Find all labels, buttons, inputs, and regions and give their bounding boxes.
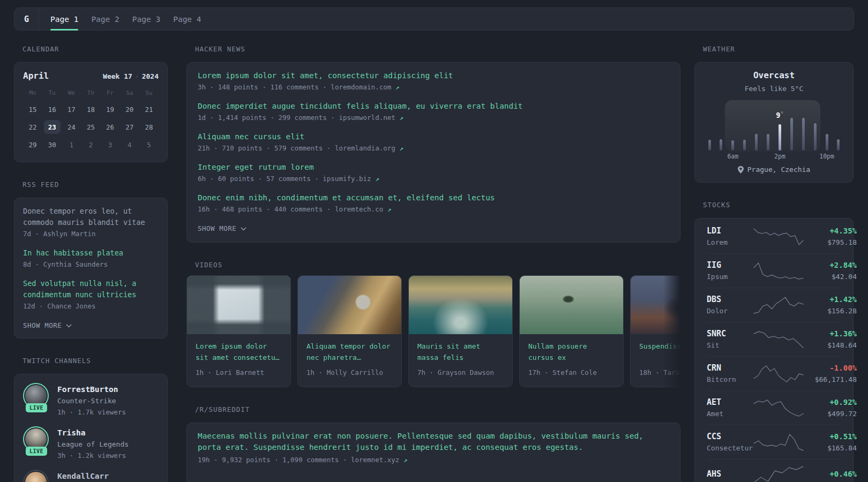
stock-row[interactable]: LDI Lorem +4.35% $795.18: [707, 220, 841, 254]
video-card[interactable]: Nullam posuere cursus ex 17h · Stefan Co…: [519, 275, 624, 387]
rss-item-title[interactable]: Donec tempor eros leo, ut commodo mauris…: [23, 206, 159, 228]
hacker-news-item-title[interactable]: Donec enim nibh, condimentum et accumsan…: [198, 192, 669, 204]
video-info: Nullam posuere cursus ex 17h · Stefan Co…: [520, 334, 623, 387]
time-axis-label: [766, 153, 771, 160]
hacker-news-widget: HACKER NEWS Lorem ipsum dolor sit amet, …: [186, 45, 680, 243]
stock-change: +4.35%: [803, 225, 857, 236]
video-card[interactable]: Aliquam tempor dolor nec pharetra… 1h · …: [297, 275, 402, 387]
stock-row[interactable]: CRN Bitcorn -1.00% $66,171.48: [707, 357, 841, 391]
stock-sparkline: [754, 399, 803, 417]
nav-tab[interactable]: Page 3: [132, 8, 160, 30]
weekday-label: Mo: [29, 89, 36, 97]
weather-section-title: WEATHER: [703, 45, 854, 53]
subreddit-post-domain[interactable]: loremnet.xyz: [351, 456, 399, 464]
weather-bar: 9°: [777, 102, 782, 150]
stock-row[interactable]: IIG Ipsum +2.84% $42.04: [707, 254, 841, 288]
hacker-news-item-domain[interactable]: loremlandia.org: [335, 144, 395, 152]
avatar-image: [25, 472, 47, 482]
time-axis-label: [836, 153, 841, 160]
hacker-news-item-meta: 3h · 148 points · 116 comments · loremdo…: [198, 82, 669, 93]
stock-sparkline: [754, 330, 803, 349]
stock-name: Bitcorn: [707, 375, 754, 385]
calendar-date-cell: 3: [102, 138, 118, 152]
stock-price: $165.84: [803, 443, 857, 453]
calendar-date-cell: 22: [25, 120, 41, 134]
subreddit-widget: /R/SUBREDDIT Maecenas mollis pulvinar er…: [186, 405, 680, 482]
video-title[interactable]: Nullam posuere cursus ex: [528, 341, 615, 363]
rss-item-title[interactable]: Sed volutpat nulla nisl, a condimentum n…: [23, 278, 159, 300]
hacker-news-item-domain[interactable]: ipsumify.biz: [323, 175, 371, 183]
hacker-news-item-domain[interactable]: loremdomain.com: [331, 83, 391, 91]
rss-item: In hac habitasse platea 8d · Cynthia Sau…: [23, 247, 159, 270]
hacker-news-item-meta: 6h · 60 points · 57 comments · ipsumify.…: [198, 174, 669, 184]
stock-symbol: IIG: [707, 260, 754, 270]
subreddit-post-title[interactable]: Maecenas mollis pulvinar erat non posuer…: [198, 431, 669, 454]
nav-tab[interactable]: Page 2: [91, 8, 119, 30]
video-card[interactable]: Lorem ipsum dolor sit amet consectetu… 1…: [186, 275, 291, 387]
hacker-news-item-title[interactable]: Integer eget rutrum lorem: [198, 162, 669, 173]
stock-values: +0.51% $165.84: [803, 431, 857, 453]
weekday-label: Su: [145, 89, 152, 97]
weather-bar: [754, 102, 759, 150]
weather-bar: [742, 102, 747, 150]
twitch-channel-row[interactable]: KendallCarr: [23, 470, 159, 482]
weather-condition: Overcast: [707, 70, 841, 81]
calendar-date-cell: 25: [83, 120, 99, 134]
twitch-channel-info: Trisha League of Legends 3h · 1.2k viewe…: [57, 426, 129, 461]
stock-identity: AHS: [707, 469, 754, 481]
time-axis-label: [800, 153, 806, 160]
time-axis-label: [719, 153, 724, 160]
rss-show-more-button[interactable]: SHOW MORE: [23, 321, 72, 329]
nav-tab[interactable]: Page 4: [173, 8, 201, 30]
video-card[interactable]: Suspendisse diam 18h · Tara: [630, 275, 680, 387]
time-axis-label: [707, 153, 712, 160]
video-title[interactable]: Suspendisse diam: [639, 341, 680, 363]
stock-row[interactable]: DBS Dolor +1.42% $156.28: [707, 288, 841, 322]
hacker-news-item-domain[interactable]: loremtech.co: [335, 205, 383, 213]
weather-time-labels: 6am2pm10pm: [707, 153, 841, 160]
twitch-channel-info: ForrestBurton Counter-Strike 1h · 1.7k v…: [57, 383, 126, 417]
rss-item-title[interactable]: In hac habitasse platea: [23, 247, 159, 259]
weather-bar: [707, 102, 712, 150]
hacker-news-item-title[interactable]: Aliquam nec cursus elit: [198, 131, 669, 142]
location-pin-icon: [738, 166, 744, 174]
hacker-news-item-title[interactable]: Donec imperdiet augue tincidunt felis al…: [198, 101, 669, 112]
stock-identity: IIG Ipsum: [707, 260, 754, 282]
calendar-date-cell: 17: [63, 102, 80, 116]
weather-card: Overcast Feels like 5°C 9° 6am2pm10pm Pr…: [694, 62, 854, 183]
calendar-card: April Week 17·2024 MoTuWeThFrSaSu 151617…: [14, 62, 168, 162]
stock-sparkline: [754, 365, 803, 383]
nav-tab-label: Page 4: [173, 15, 201, 24]
calendar-date-grid: 1516171819202122232425262728293012345: [23, 102, 159, 152]
rss-card: Donec tempor eros leo, ut commodo mauris…: [14, 198, 168, 338]
video-title[interactable]: Aliquam tempor dolor nec pharetra…: [306, 341, 393, 363]
hacker-news-list: Lorem ipsum dolor sit amet, consectetur …: [198, 70, 669, 215]
video-card[interactable]: Mauris sit amet massa felis 7h · Grayson…: [408, 275, 513, 387]
stock-row[interactable]: SNRC Sit +1.36% $148.64: [707, 322, 841, 357]
calendar-date-cell: 27: [121, 120, 138, 134]
calendar-date-cell: 21: [140, 102, 157, 116]
twitch-channel-row[interactable]: LIVE Trisha League of Legends 3h · 1.2k …: [23, 426, 159, 461]
hacker-news-item-domain[interactable]: ipsumworld.net: [339, 114, 395, 122]
videos-carousel: Lorem ipsum dolor sit amet consectetu… 1…: [186, 275, 680, 387]
stocks-widget: STOCKS LDI Lorem +4.35%: [694, 201, 854, 482]
app-logo[interactable]: G: [14, 8, 39, 30]
stock-price: $66,171.48: [803, 375, 857, 385]
nav-tab[interactable]: Page 1: [50, 8, 78, 30]
hacker-news-show-more-button[interactable]: SHOW MORE: [198, 224, 246, 232]
stock-price: $148.64: [803, 341, 857, 350]
rss-item: Sed volutpat nulla nisl, a condimentum n…: [23, 278, 159, 312]
stock-name: Lorem: [707, 238, 754, 247]
stock-sparkline: [754, 465, 803, 482]
twitch-channel-row[interactable]: LIVE ForrestBurton Counter-Strike 1h · 1…: [23, 383, 159, 417]
hacker-news-item-title[interactable]: Lorem ipsum dolor sit amet, consectetur …: [198, 70, 669, 81]
video-title[interactable]: Mauris sit amet massa felis: [417, 341, 504, 363]
video-thumbnail: [298, 276, 401, 334]
stock-identity: SNRC Sit: [707, 328, 754, 350]
time-axis-label: 10pm: [824, 153, 829, 160]
stock-price: $499.72: [803, 409, 857, 419]
stock-row[interactable]: AET Amet +0.92% $499.72: [707, 391, 841, 425]
stock-row[interactable]: CCS Consectetur +0.51% $165.84: [707, 425, 841, 460]
stock-row[interactable]: AHS +0.46%: [707, 460, 841, 482]
video-title[interactable]: Lorem ipsum dolor sit amet consectetu…: [196, 341, 282, 363]
